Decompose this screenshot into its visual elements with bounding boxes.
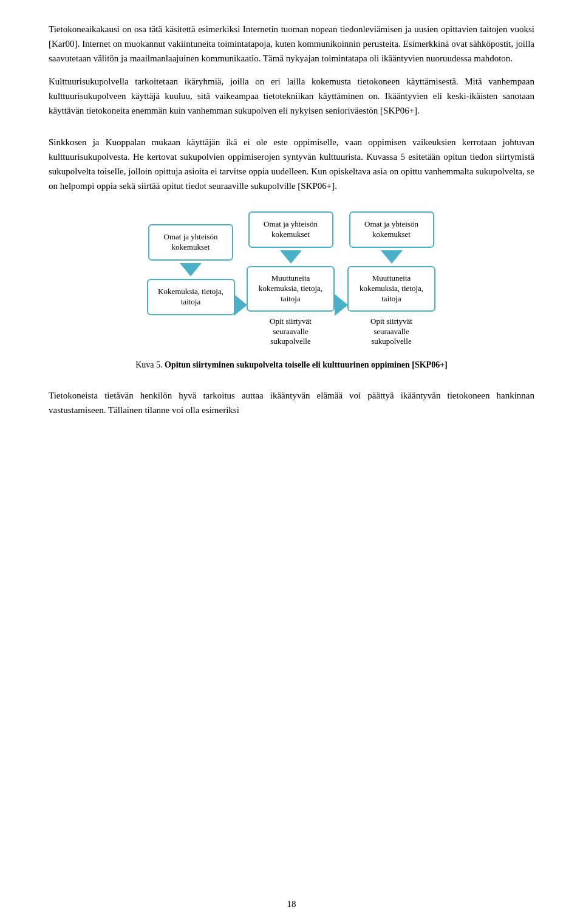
box-col3-mid: Muuttuneita kokemuksia, tietoja, taitoja xyxy=(347,266,435,312)
paragraph-3: Sinkkosen ja Kuoppalan mukaan käyttäjän … xyxy=(49,135,534,193)
figure-caption: Kuva 5. Opitun siirtyminen sukupolvelta … xyxy=(135,360,448,370)
figure-5: Omat ja yhteisön kokemukset Kokemuksia, … xyxy=(49,211,534,382)
page: Tietokoneaikakausi on osa tätä käsitettä… xyxy=(0,0,583,924)
box-col1-mid: Kokemuksia, tietoja, taitoja xyxy=(147,279,235,315)
arrow-right-1 xyxy=(234,294,247,316)
paragraph-1: Tietokoneaikakausi on osa tätä käsitettä… xyxy=(49,22,534,66)
paragraph-2: Kulttuurisukupolvella tarkoitetaan ikäry… xyxy=(49,74,534,118)
diagram-col-2: Omat ja yhteisön kokemukset Muuttuneita … xyxy=(246,211,336,352)
paragraph-4: Tietokoneista tietävän henkilön hyvä tar… xyxy=(49,388,534,417)
arrow-down-col1 xyxy=(180,263,202,276)
box-col3-top: Omat ja yhteisön kokemukset xyxy=(349,211,434,248)
box-col2-top: Omat ja yhteisön kokemukset xyxy=(248,211,333,248)
diagram-wrapper: Omat ja yhteisön kokemukset Kokemuksia, … xyxy=(147,211,437,352)
arrow-right-2 xyxy=(335,294,348,316)
box-col2-bot: Opit siirtyvät seuraavalle sukupolvelle xyxy=(246,312,336,352)
box-col1-top: Omat ja yhteisön kokemukset xyxy=(148,224,233,261)
figure-caption-prefix: Kuva 5. xyxy=(135,360,165,369)
box-col3-bot: Opit siirtyvät seuraavalle sukupolvelle xyxy=(347,312,437,352)
arrow-down-col3 xyxy=(381,250,403,264)
diagram-col-3: Omat ja yhteisön kokemukset Muuttuneita … xyxy=(347,211,437,352)
diagram-col-1: Omat ja yhteisön kokemukset Kokemuksia, … xyxy=(147,224,235,340)
box-col2-mid: Muuttuneita kokemuksia, tietoja, taitoja xyxy=(247,266,335,312)
figure-caption-bold: Opitun siirtyminen sukupolvelta toiselle… xyxy=(165,360,448,369)
arrow-down-col2 xyxy=(280,250,302,264)
page-number: 18 xyxy=(287,899,296,909)
